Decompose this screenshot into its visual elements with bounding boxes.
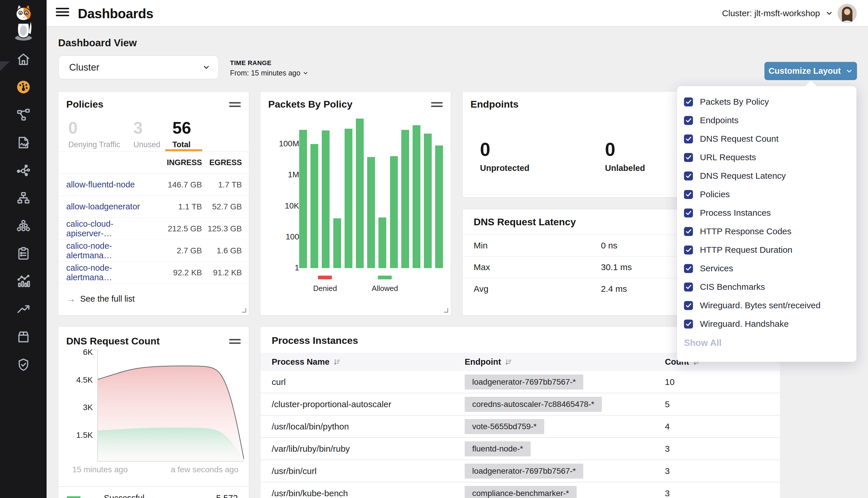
sidebar-item-metrics[interactable] <box>16 274 31 289</box>
bar-allowed <box>299 130 307 268</box>
count-value: 4 <box>665 422 780 432</box>
count-value: 10 <box>665 377 780 387</box>
sidebar-item-policies[interactable] <box>16 135 31 150</box>
policy-link[interactable]: allow-loadgenerator <box>66 202 150 211</box>
policies-stat-total[interactable]: 56 Total <box>172 119 191 149</box>
sidebar-item-packages[interactable] <box>16 330 31 344</box>
menu-item[interactable]: HTTP Response Codes <box>684 222 856 240</box>
bar-allowed <box>435 145 443 268</box>
menu-item[interactable]: Policies <box>684 185 856 204</box>
customize-menu-items: Packets By PolicyEndpointsDNS Request Co… <box>684 93 856 333</box>
process-name: /var/lib/ruby/bin/ruby <box>272 444 465 454</box>
sidebar-item-compliance[interactable] <box>16 246 31 261</box>
checkbox-checked-icon[interactable] <box>684 264 693 273</box>
menu-item[interactable]: Wireguard. Handshake <box>684 315 856 333</box>
package-box-icon <box>16 330 31 344</box>
sidebar-item-connections[interactable] <box>16 163 31 178</box>
sidebar-item-network-tree[interactable] <box>16 191 31 205</box>
resize-handle[interactable] <box>444 308 448 313</box>
legend-entry: Allowed <box>372 276 398 293</box>
menu-item[interactable]: Services <box>684 259 856 278</box>
sidebar-item-security[interactable] <box>16 357 31 372</box>
drag-handle-icon[interactable] <box>229 339 241 346</box>
checkbox-checked-icon[interactable] <box>684 301 693 310</box>
checkbox-checked-icon[interactable] <box>684 319 693 329</box>
process-row: curlloadgenerator-7697bb7567-*10 <box>260 371 780 393</box>
sidebar-item-service-graph[interactable] <box>16 108 31 122</box>
bar-allowed <box>378 218 386 268</box>
drag-handle-icon[interactable] <box>229 102 241 109</box>
menu-item[interactable]: URL Requests <box>684 148 856 167</box>
endpoints-stat-unprotected: 0 Unprotected <box>480 140 530 173</box>
checkbox-checked-icon[interactable] <box>684 134 693 143</box>
checkbox-checked-icon[interactable] <box>684 97 693 106</box>
see-full-list-link[interactable]: → See the full list <box>59 284 249 314</box>
sidebar-item-trends[interactable] <box>16 302 31 316</box>
dashboard-gauge-icon <box>16 80 31 94</box>
arrow-right-icon: → <box>66 293 76 304</box>
menu-item[interactable]: Process Instances <box>684 204 856 222</box>
user-avatar[interactable] <box>838 4 857 23</box>
menu-item[interactable]: DNS Request Latency <box>684 167 856 185</box>
sidebar-item-home[interactable] <box>16 52 31 66</box>
checkbox-checked-icon[interactable] <box>684 153 693 162</box>
sidebar-item-dashboards[interactable] <box>16 80 31 94</box>
policy-link[interactable]: calico-node-alertmana… <box>66 263 150 282</box>
policy-link[interactable]: calico-node-alertmana… <box>66 241 150 260</box>
checkbox-checked-icon[interactable] <box>684 116 693 125</box>
policy-link[interactable]: allow-fluentd-node <box>66 180 150 189</box>
policies-stat-unused[interactable]: 3 Unused <box>133 119 160 149</box>
menu-item[interactable]: Endpoints <box>684 111 856 130</box>
policies-table-header: INGRESS EGRESS <box>59 152 249 174</box>
menu-item[interactable]: Packets By Policy <box>684 93 856 111</box>
menu-item[interactable]: DNS Request Count <box>684 130 856 148</box>
sidebar-item-clusters[interactable] <box>16 219 31 233</box>
trend-up-icon <box>16 302 31 316</box>
legend-row-successful: Successful 5,572 <box>59 493 249 498</box>
y-tick-label: 3K <box>59 403 93 412</box>
calico-cat-logo[interactable] <box>8 3 39 42</box>
dashboard-view-select[interactable]: Cluster <box>58 55 219 80</box>
checkbox-checked-icon[interactable] <box>684 209 693 218</box>
process-name: /usr/bin/curl <box>272 466 465 476</box>
checkbox-checked-icon[interactable] <box>684 171 693 181</box>
policies-table: INGRESS EGRESS allow-fluentd-node146.7 G… <box>59 151 249 314</box>
legend-swatch <box>67 496 80 498</box>
col-process-name[interactable]: Process Name <box>272 357 465 367</box>
sort-icon <box>333 358 340 366</box>
col-ingress: INGRESS <box>150 158 202 167</box>
time-range-value[interactable]: From: 15 minutes ago <box>230 69 308 77</box>
checkbox-checked-icon[interactable] <box>684 190 693 199</box>
resize-handle[interactable] <box>242 308 246 313</box>
legend-label: Allowed <box>372 284 398 293</box>
y-tick-label: 4.5K <box>59 375 93 385</box>
customize-layout-button[interactable]: Customize Layout <box>764 62 857 80</box>
menu-item[interactable]: HTTP Request Duration <box>684 240 856 259</box>
count-value: 3 <box>665 466 780 476</box>
bar-allowed <box>401 130 409 268</box>
cluster-selector[interactable]: Cluster: jlt-msft-workshop <box>722 0 833 27</box>
drag-handle-icon[interactable] <box>431 102 443 109</box>
checkbox-checked-icon[interactable] <box>684 246 693 254</box>
policies-stat-denying[interactable]: 0 Denying Traffic <box>68 119 120 149</box>
panel-title: Process Instances <box>272 335 358 346</box>
time-range-label: TIME RANGE <box>230 59 308 67</box>
menu-item-label: DNS Request Latency <box>700 171 786 181</box>
customize-layout-menu: Packets By PolicyEndpointsDNS Request Co… <box>677 86 856 362</box>
hamburger-menu-icon[interactable] <box>56 8 69 18</box>
show-all-link[interactable]: Show All <box>684 338 856 348</box>
col-endpoint[interactable]: Endpoint <box>465 357 665 367</box>
panel-title: Packets By Policy <box>268 99 352 110</box>
endpoint-chip: loadgenerator-7697bb7567-* <box>465 463 583 479</box>
menu-item[interactable]: CIS Benchmarks <box>684 278 856 296</box>
process-name: /usr/bin/kube-bench <box>272 488 465 498</box>
checkbox-checked-icon[interactable] <box>684 283 693 291</box>
egress-value: 1.7 TB <box>202 180 242 189</box>
process-row: /usr/local/bin/pythonvote-5655bd759-*4 <box>260 416 780 438</box>
checkbox-checked-icon[interactable] <box>684 227 693 236</box>
dns-legend: Successful 5,572 <box>59 486 249 498</box>
menu-item[interactable]: Wireguard. Bytes sent/received <box>684 296 856 315</box>
menu-item-label: Services <box>700 263 733 273</box>
policy-row: allow-loadgenerator1.1 TB52.7 GB <box>59 196 249 218</box>
policy-link[interactable]: calico-cloud-apiserver-… <box>66 219 150 238</box>
